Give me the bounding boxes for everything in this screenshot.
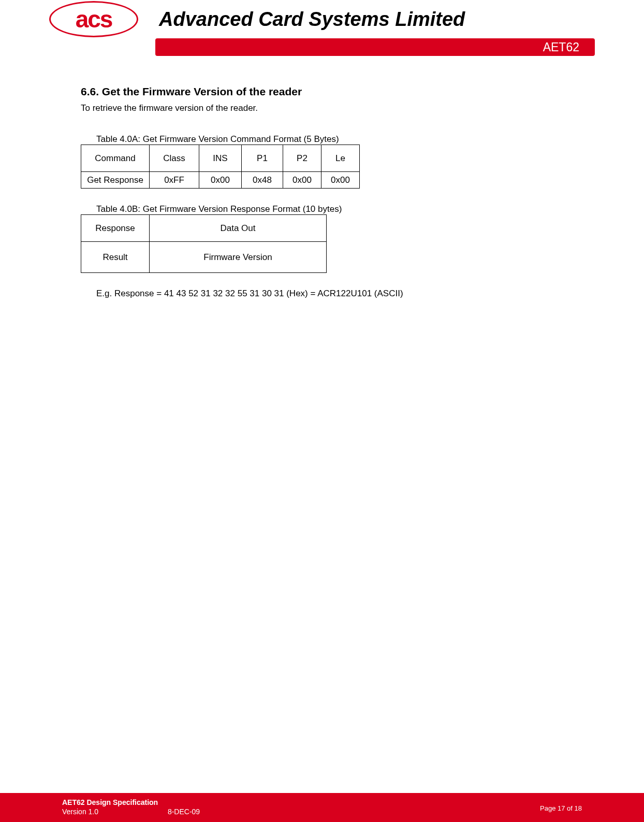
cell-class-header: Class: [150, 145, 199, 172]
cell-command-value: Get Response: [81, 172, 150, 189]
footer-date: 8-DEC-09: [168, 807, 200, 816]
main-content: 6.6. Get the Firmware Version of the rea…: [81, 85, 562, 299]
footer-meta: Version 1.0 8-DEC-09: [62, 807, 582, 816]
table-row: Get Response 0xFF 0x00 0x48 0x00 0x00: [81, 172, 360, 189]
footer-page-number: Page 17 of 18: [540, 804, 582, 812]
table-row: Command Class INS P1 P2 Le: [81, 145, 360, 172]
cell-ins-header: INS: [199, 145, 242, 172]
table-b-caption: Table 4.0B: Get Firmware Version Respons…: [96, 204, 562, 214]
cell-le-value: 0x00: [321, 172, 360, 189]
section-intro: To retrieve the firmware version of the …: [81, 103, 562, 113]
cell-command-header: Command: [81, 145, 150, 172]
footer-version: Version 1.0: [62, 807, 166, 816]
logo-text: acs: [76, 7, 112, 31]
cell-firmware-label: Firmware Version: [150, 242, 327, 273]
page-header: acs Advanced Card Systems Limited AET62: [0, 0, 644, 56]
product-band: AET62: [155, 38, 595, 56]
company-name: Advanced Card Systems Limited: [159, 8, 644, 31]
section-heading: 6.6. Get the Firmware Version of the rea…: [81, 85, 562, 98]
cell-p2-header: P2: [283, 145, 321, 172]
footer-inner: AET62 Design Specification Version 1.0 8…: [0, 793, 644, 822]
header-top: acs Advanced Card Systems Limited: [0, 1, 644, 37]
cell-dataout-header: Data Out: [150, 215, 327, 242]
acs-logo-icon: acs: [49, 1, 138, 37]
table-a-caption: Table 4.0A: Get Firmware Version Command…: [96, 134, 562, 145]
example-text: E.g. Response = 41 43 52 31 32 32 55 31 …: [96, 289, 562, 299]
footer-title: AET62 Design Specification: [62, 798, 582, 806]
cell-p2-value: 0x00: [283, 172, 321, 189]
table-row: Response Data Out: [81, 215, 327, 242]
cell-ins-value: 0x00: [199, 172, 242, 189]
cell-class-value: 0xFF: [150, 172, 199, 189]
table-row: Result Firmware Version: [81, 242, 327, 273]
cell-le-header: Le: [321, 145, 360, 172]
table-response-format: Response Data Out Result Firmware Versio…: [81, 214, 327, 273]
cell-p1-value: 0x48: [242, 172, 283, 189]
product-label: AET62: [543, 40, 579, 54]
cell-result-label: Result: [81, 242, 150, 273]
page-footer: AET62 Design Specification Version 1.0 8…: [0, 793, 644, 822]
cell-p1-header: P1: [242, 145, 283, 172]
table-command-format: Command Class INS P1 P2 Le Get Response …: [81, 145, 360, 189]
cell-response-header: Response: [81, 215, 150, 242]
